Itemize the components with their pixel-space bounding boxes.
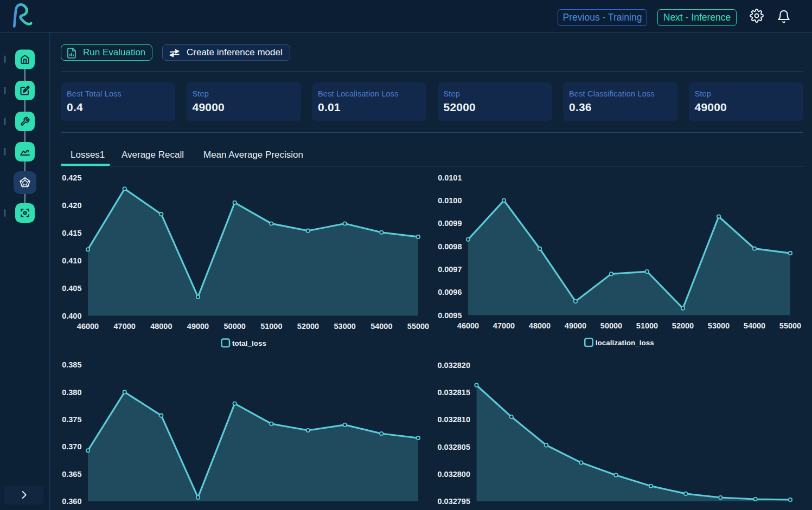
svg-text:0.0097: 0.0097 — [438, 265, 462, 274]
svg-text:0.420: 0.420 — [62, 201, 81, 210]
svg-text:0.032810: 0.032810 — [438, 415, 470, 424]
svg-text:0.0099: 0.0099 — [438, 219, 462, 228]
svg-text:0.425: 0.425 — [62, 173, 81, 182]
svg-text:55000: 55000 — [779, 321, 801, 330]
svg-text:localization_loss: localization_loss — [596, 339, 654, 347]
svg-text:0.0098: 0.0098 — [438, 242, 462, 251]
svg-text:0.360: 0.360 — [62, 497, 81, 506]
svg-text:0.0095: 0.0095 — [438, 311, 462, 320]
svg-text:48000: 48000 — [150, 322, 172, 331]
svg-text:49000: 49000 — [187, 322, 209, 331]
svg-text:54000: 54000 — [370, 322, 392, 331]
svg-text:0.380: 0.380 — [62, 388, 81, 397]
svg-text:50000: 50000 — [224, 322, 246, 331]
svg-text:52000: 52000 — [297, 322, 319, 331]
svg-text:49000: 49000 — [565, 321, 586, 330]
svg-text:0.032815: 0.032815 — [438, 388, 470, 397]
svg-text:0.370: 0.370 — [62, 442, 81, 451]
svg-text:0.0100: 0.0100 — [438, 196, 462, 205]
svg-text:0.365: 0.365 — [62, 470, 81, 479]
svg-text:0.415: 0.415 — [62, 229, 81, 237]
svg-text:0.375: 0.375 — [62, 415, 81, 424]
svg-text:46000: 46000 — [77, 322, 99, 331]
svg-text:51000: 51000 — [260, 322, 282, 331]
svg-text:0.405: 0.405 — [62, 284, 81, 293]
svg-text:55000: 55000 — [407, 322, 429, 331]
svg-text:47000: 47000 — [114, 322, 136, 331]
svg-text:0.400: 0.400 — [62, 312, 81, 320]
svg-text:53000: 53000 — [708, 321, 730, 330]
svg-text:52000: 52000 — [672, 321, 694, 330]
svg-text:0.032800: 0.032800 — [438, 470, 470, 479]
svg-text:51000: 51000 — [636, 321, 658, 330]
svg-text:46000: 46000 — [457, 321, 479, 330]
svg-text:48000: 48000 — [529, 321, 551, 330]
svg-text:54000: 54000 — [744, 321, 765, 330]
svg-text:total_loss: total_loss — [232, 339, 266, 347]
svg-text:0.0096: 0.0096 — [438, 288, 462, 296]
svg-text:0.032805: 0.032805 — [438, 443, 470, 451]
svg-text:53000: 53000 — [334, 322, 356, 331]
svg-text:0.0101: 0.0101 — [438, 173, 462, 182]
svg-text:0.032820: 0.032820 — [438, 361, 470, 370]
svg-text:0.410: 0.410 — [62, 256, 81, 265]
svg-text:0.385: 0.385 — [62, 360, 81, 369]
svg-text:50000: 50000 — [600, 321, 622, 330]
svg-text:0.032795: 0.032795 — [438, 497, 470, 506]
svg-text:47000: 47000 — [493, 321, 515, 330]
